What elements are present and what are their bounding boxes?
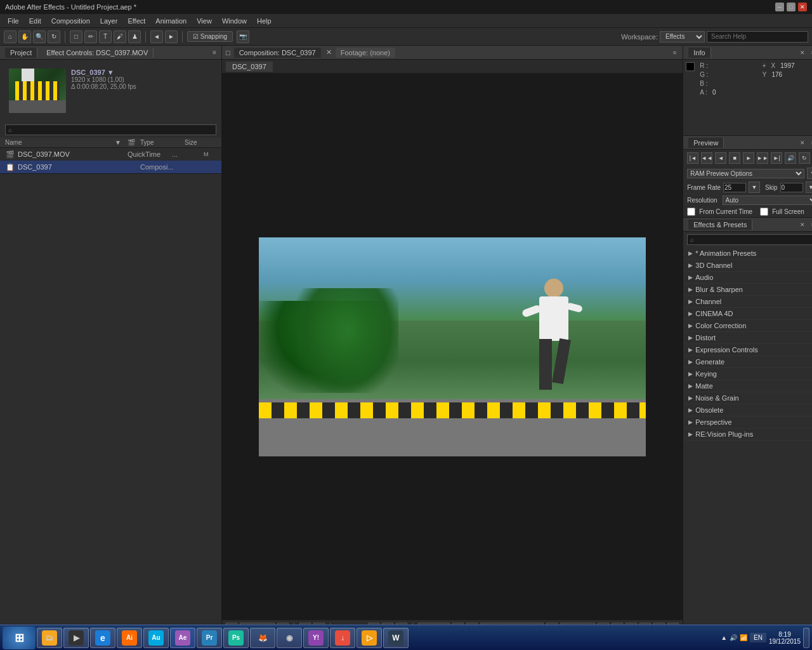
tab-effect-controls[interactable]: Effect Controls: DSC_0397.MOV — [41, 48, 154, 58]
preview-panel-close[interactable]: ✕ — [798, 138, 807, 147]
file-item-mov[interactable]: 🎬 DSC_0397.MOV QuickTime ... M — [0, 148, 221, 161]
prev-prev-frame[interactable]: ◄◄ — [701, 152, 712, 164]
tool-camera[interactable]: 📷 — [237, 30, 249, 43]
tab-info[interactable]: Info — [688, 48, 710, 58]
menu-effect[interactable]: Effect — [122, 16, 150, 26]
prev-first[interactable]: |◄ — [687, 152, 698, 164]
taskbar-app-explorer[interactable]: 🗂 — [37, 628, 62, 648]
project-panel-close[interactable]: ≡ — [213, 49, 216, 56]
snapping-button[interactable]: ☑ Snapping — [187, 31, 233, 42]
taskbar-app-chrome[interactable]: ◉ — [277, 628, 302, 648]
menu-edit[interactable]: Edit — [24, 16, 46, 26]
effects-cat-noise[interactable]: ▶ Noise & Grain — [683, 392, 812, 404]
tray-up-arrow[interactable]: ▲ — [721, 634, 727, 641]
comp-viewport[interactable] — [222, 74, 683, 620]
taskbar-app-word[interactable]: W — [383, 628, 409, 648]
effects-panel-close[interactable]: ✕ — [798, 220, 807, 229]
taskbar-app-audition[interactable]: Au — [143, 628, 169, 648]
effects-cat-blur[interactable]: ▶ Blur & Sharpen — [683, 284, 812, 296]
tab-composition[interactable]: Composition: DSC_0397 — [234, 48, 321, 58]
effects-search-input[interactable] — [687, 234, 812, 245]
effects-cat-distort[interactable]: ▶ Distort — [683, 332, 812, 344]
tool-text[interactable]: T — [99, 30, 112, 43]
tool-next[interactable]: ► — [165, 30, 178, 43]
info-panel-close[interactable]: ✕ — [798, 48, 807, 57]
effects-panel-menu[interactable]: ≡ — [808, 220, 812, 229]
prev-stop[interactable]: ■ — [729, 152, 740, 164]
tool-paint[interactable]: 🖌 — [114, 30, 126, 43]
taskbar-app-premiere[interactable]: Pr — [197, 628, 222, 648]
taskbar-app-firefox[interactable]: 🦊 — [250, 628, 275, 648]
effects-cat-matte[interactable]: ▶ Matte — [683, 380, 812, 392]
tool-rect[interactable]: □ — [70, 30, 82, 43]
workspace-select[interactable]: Effects Standard — [660, 31, 705, 43]
tab-project[interactable]: Project — [5, 48, 37, 58]
tool-zoom[interactable]: 🔍 — [33, 30, 46, 43]
prev-loop[interactable]: ↻ — [799, 152, 810, 164]
prev-play-back[interactable]: ◄ — [715, 152, 726, 164]
project-search-input[interactable] — [5, 124, 216, 135]
preview-panel-menu[interactable]: ≡ — [808, 138, 812, 147]
taskbar-app-media2[interactable]: ▷ — [357, 628, 382, 648]
comp-tab-close[interactable]: ✕ — [326, 48, 332, 56]
language-indicator[interactable]: EN — [750, 633, 766, 642]
tab-preview[interactable]: Preview — [688, 138, 724, 148]
preview-resolution-select[interactable]: Auto Full Half — [723, 196, 812, 205]
comp-panel-menu[interactable]: ≡ — [670, 48, 679, 57]
effects-cat-obsolete[interactable]: ▶ Obsolete — [683, 404, 812, 416]
menu-layer[interactable]: Layer — [95, 16, 123, 26]
menu-view[interactable]: View — [192, 16, 217, 26]
effects-cat-expression[interactable]: ▶ Expression Controls — [683, 344, 812, 356]
taskbar-app-idm[interactable]: ↓ — [330, 628, 355, 648]
tool-prev[interactable]: ◄ — [150, 30, 163, 43]
effects-cat-animation-presets[interactable]: ▶ * Animation Presets — [683, 248, 812, 260]
tab-footage[interactable]: Footage: (none) — [336, 48, 395, 58]
file-item-comp[interactable]: 📋 DSC_0397 Composi... — [0, 161, 221, 173]
tool-puppet[interactable]: ♟ — [128, 30, 141, 43]
preview-skip-input[interactable] — [780, 183, 803, 192]
taskbar-app-illustrator[interactable]: Ai — [117, 628, 142, 648]
prev-audio[interactable]: 🔊 — [785, 152, 796, 164]
taskbar-app-photoshop[interactable]: Ps — [223, 628, 249, 648]
effects-cat-channel[interactable]: ▶ Channel — [683, 296, 812, 308]
effects-cat-3d-channel[interactable]: ▶ 3D Channel — [683, 260, 812, 272]
effects-cat-audio[interactable]: ▶ Audio — [683, 272, 812, 284]
preview-framerate-arrow[interactable]: ▼ — [749, 182, 760, 193]
search-help-input[interactable] — [707, 31, 808, 43]
effects-cat-generate[interactable]: ▶ Generate — [683, 356, 812, 368]
menu-file[interactable]: File — [3, 16, 24, 26]
show-desktop-btn[interactable] — [803, 628, 809, 648]
tool-home[interactable]: ⌂ — [4, 30, 16, 43]
close-button[interactable]: ✕ — [798, 3, 807, 11]
preview-options-arrow[interactable]: ▼ — [807, 168, 812, 179]
system-clock[interactable]: 8:19 19/12/2015 — [769, 631, 801, 645]
effects-cat-perspective[interactable]: ▶ Perspective — [683, 416, 812, 428]
effects-cat-revision[interactable]: ▶ RE:Vision Plug-ins — [683, 428, 812, 441]
prev-next-frame[interactable]: ►► — [757, 152, 768, 164]
effects-cat-keying[interactable]: ▶ Keying — [683, 368, 812, 380]
menu-composition[interactable]: Composition — [46, 16, 95, 26]
tool-hand[interactable]: ✋ — [18, 30, 31, 43]
info-panel-menu[interactable]: ≡ — [808, 48, 812, 57]
prev-last[interactable]: ►| — [771, 152, 782, 164]
preview-skip-arrow[interactable]: ▼ — [806, 182, 812, 193]
tool-rotate[interactable]: ↻ — [48, 30, 60, 43]
start-button[interactable]: ⊞ — [3, 627, 36, 649]
preview-fullscreen-checkbox[interactable] — [760, 208, 768, 216]
minimize-button[interactable]: ─ — [775, 3, 784, 11]
comp-inner-tab[interactable]: DSC_0397 — [226, 62, 273, 72]
effects-cat-color-correction[interactable]: ▶ Color Correction — [683, 320, 812, 332]
taskbar-app-media[interactable]: ▶ — [63, 628, 89, 648]
tool-pen[interactable]: ✏ — [84, 30, 97, 43]
menu-help[interactable]: Help — [252, 16, 277, 26]
menu-window[interactable]: Window — [217, 16, 252, 26]
menu-animation[interactable]: Animation — [150, 16, 192, 26]
taskbar-app-aftereffects[interactable]: Ae — [170, 628, 195, 648]
preview-options-select[interactable]: RAM Preview Options — [687, 169, 804, 178]
taskbar-app-ie[interactable]: e — [90, 628, 115, 648]
preview-from-current-checkbox[interactable] — [687, 208, 695, 216]
prev-play[interactable]: ► — [743, 152, 754, 164]
taskbar-app-yahoo[interactable]: Y! — [303, 628, 329, 648]
preview-framerate-input[interactable] — [723, 183, 746, 192]
maximize-button[interactable]: □ — [787, 3, 796, 11]
